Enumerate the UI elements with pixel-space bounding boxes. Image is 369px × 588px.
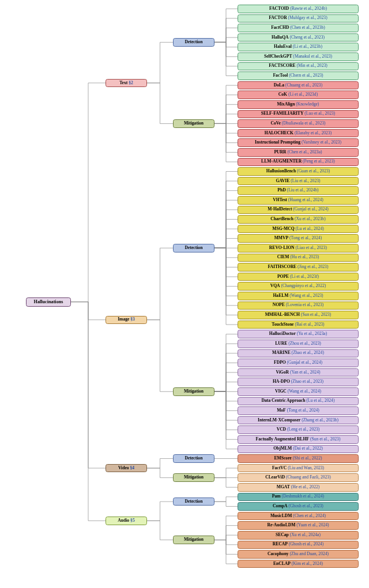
leaf-node: MoF (Tong et al., 2024) [238, 406, 359, 415]
leaf-node: MARINE (Zhao et al., 2024) [238, 349, 359, 358]
leaf-node: FacTool (Chern et al., 2023) [238, 71, 359, 80]
leaf-node: REVO-LION (Liao et al., 2023) [238, 244, 359, 252]
category-node: Detection [173, 497, 214, 506]
modality-node: Audio §5 [106, 517, 147, 525]
leaf-node: ObjMLM (Dai et al., 2022) [238, 445, 359, 454]
leaf-node: EnCLAP (Kim et al., 2024) [238, 560, 359, 568]
leaf-node: PhD (Liu et al., 2024b) [238, 186, 359, 195]
leaf-node: CLearViD (Chuang and Fazli, 2023) [238, 473, 359, 482]
leaf-node: Factually Augmented RLHF (Sun et al., 20… [238, 435, 359, 444]
leaf-node: FAITHSCORE (Jing et al., 2023) [238, 263, 359, 272]
leaf-node: VCD (Leng et al., 2023) [238, 425, 359, 434]
leaf-node: VQA (Changpinyo et al., 2022) [238, 282, 359, 291]
leaf-node: HallusionBench (Guan et al., 2023) [238, 167, 359, 176]
leaf-node: FactVC (Liu and Wan, 2023) [238, 464, 359, 473]
leaf-node: MMVP (Tong et al., 2024) [238, 234, 359, 243]
leaf-node: CoK (Li et al., 2023d) [238, 91, 359, 99]
root-node: Hallucinations [26, 297, 71, 307]
leaf-node: MSG-MCQ (Lu et al., 2024) [238, 225, 359, 233]
leaf-node: CIEM (Hu et al., 2023) [238, 254, 359, 262]
leaf-node: VIGC (Wang et al., 2024) [238, 387, 359, 396]
leaf-node: LURE (Zhou et al., 2023) [238, 340, 359, 348]
leaf-node: POPE (Li et al., 2023f) [238, 273, 359, 281]
leaf-node: SelfCheckGPT (Manakul et al., 2023) [238, 52, 359, 61]
leaf-node: SELF-FAMILIARITY (Luo et al., 2023) [238, 110, 359, 119]
leaf-node: HALOCHECK (Elaraby et al., 2023) [238, 129, 359, 138]
leaf-node: ViGoR (Yan et al., 2024) [238, 368, 359, 377]
leaf-node: Pam (Deshmukh et al., 2024) [238, 493, 359, 502]
leaf-node: FDPO (Gunjal et al., 2024) [238, 359, 359, 367]
leaf-node: VHTest (Huang et al., 2024) [238, 196, 359, 205]
leaf-node: CoVe (Dhuliawala et al., 2023) [238, 119, 359, 128]
leaf-node: HalluciDoctor (Yu et al., 2023a) [238, 330, 359, 338]
leaf-node: SECap (Xu et al., 2024a) [238, 531, 359, 540]
leaf-node: MusicLDM (Chen et al., 2024) [238, 512, 359, 521]
leaf-node: RECAP (Ghosh et al., 2024) [238, 541, 359, 549]
leaf-node: LLM-AUGMENTER (Peng et al., 2023) [238, 158, 359, 167]
leaf-node: DoLa (Chuang et al., 2023) [238, 81, 359, 90]
category-node: Detection [173, 454, 214, 463]
modality-node: Video §4 [106, 464, 147, 473]
leaf-node: FACTOID (Rawte et al., 2024b) [238, 5, 359, 13]
modality-node: Image §3 [106, 316, 147, 325]
category-node: Mitigation [173, 536, 214, 544]
modality-node: Text §2 [106, 79, 147, 88]
leaf-node: HaluEval (Li et al., 2023b) [238, 43, 359, 51]
leaf-node: FactCHD (Chen et al., 2023b) [238, 24, 359, 32]
leaf-node: PURR (Chen et al., 2023a) [238, 148, 359, 157]
leaf-node: InternLM-XComposer (Zhang et al., 2023b) [238, 416, 359, 425]
leaf-node: ChartBench (Xu et al., 2023b) [238, 215, 359, 224]
leaf-node: FACTOR (Muhlgay et al., 2023) [238, 14, 359, 23]
leaf-node: Instructional Prompting (Varshney et al.… [238, 138, 359, 147]
leaf-node: Re-AudioLDM (Yuan et al., 2024) [238, 521, 359, 530]
leaf-node: MMHAL-BENCH (Sun et al., 2023) [238, 311, 359, 319]
leaf-node: HA-DPO (Zhao et al., 2023) [238, 378, 359, 386]
leaf-node: TouchStone (Bai et al., 2023) [238, 321, 359, 329]
leaf-node: Cacophony (Zhu and Duan, 2024) [238, 550, 359, 559]
leaf-node: FACTSCORE (Min et al., 2023) [238, 62, 359, 71]
leaf-node: GAVIE (Liu et al., 2023) [238, 177, 359, 186]
category-node: Detection [173, 38, 214, 47]
leaf-node: CompA (Ghosh et al., 2023) [238, 502, 359, 511]
category-node: Mitigation [173, 387, 214, 396]
category-node: Detection [173, 244, 214, 252]
leaf-node: MixAlign (Knowledge) [238, 100, 359, 109]
leaf-node: Data Centric Approach (Lu et al., 2024) [238, 397, 359, 406]
leaf-node: M-HalDetect (Gunjal et al., 2024) [238, 206, 359, 214]
leaf-node: NOPE (Lovenia et al., 2023) [238, 301, 359, 310]
leaf-node: MGAT (He et al., 2022) [238, 483, 359, 492]
category-node: Mitigation [173, 473, 214, 482]
category-node: Mitigation [173, 119, 214, 128]
leaf-node: EMScore (Shi et al., 2022) [238, 454, 359, 463]
leaf-node: HaELM (Wang et al., 2023) [238, 292, 359, 300]
leaf-node: HalluQA (Cheng et al., 2023) [238, 33, 359, 42]
